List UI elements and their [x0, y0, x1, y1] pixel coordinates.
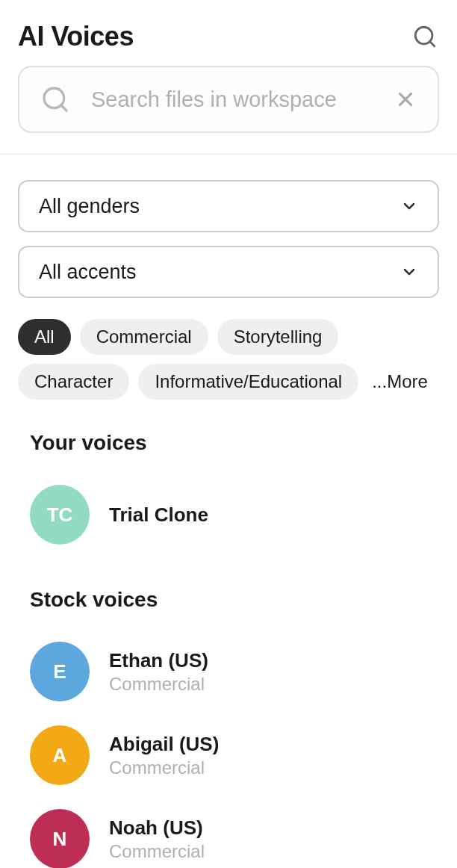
voice-item[interactable]: EEthan (US)Commercial — [30, 630, 439, 713]
voice-name: Noah (US) — [109, 816, 205, 840]
avatar: E — [30, 642, 90, 701]
category-chip[interactable]: Storytelling — [217, 319, 339, 355]
voice-meta: Ethan (US)Commercial — [109, 649, 208, 695]
accent-filter-dropdown[interactable]: All accents — [18, 246, 439, 298]
chevron-down-icon — [400, 197, 418, 215]
voice-meta: Abigail (US)Commercial — [109, 733, 219, 778]
search-icon — [40, 84, 70, 114]
avatar: A — [30, 725, 90, 785]
svg-line-1 — [430, 42, 435, 46]
voice-name: Abigail (US) — [109, 733, 219, 756]
category-chip[interactable]: Commercial — [80, 319, 208, 355]
search-bar[interactable] — [18, 66, 439, 133]
category-chips: AllCommercialStorytellingCharacterInform… — [0, 298, 457, 400]
more-categories-button[interactable]: ...More — [367, 371, 432, 392]
page-title: AI Voices — [18, 21, 134, 52]
gender-filter-dropdown[interactable]: All genders — [18, 180, 439, 232]
gender-filter-label: All genders — [39, 195, 140, 218]
close-icon — [394, 88, 417, 111]
clear-search-button[interactable] — [394, 88, 417, 111]
voice-meta: Trial Clone — [109, 503, 208, 527]
search-icon — [412, 24, 438, 49]
accent-filter-label: All accents — [39, 261, 137, 284]
your-voices-heading: Your voices — [30, 431, 439, 455]
voice-item[interactable]: AAbigail (US)Commercial — [30, 713, 439, 797]
category-chip[interactable]: All — [18, 319, 71, 355]
voice-name: Trial Clone — [109, 503, 208, 527]
header-search-button[interactable] — [411, 22, 439, 51]
stock-voices-heading: Stock voices — [30, 588, 439, 612]
voice-tag: Commercial — [109, 841, 205, 862]
voice-item[interactable]: NNoah (US)Commercial — [30, 797, 439, 868]
avatar: TC — [30, 485, 90, 545]
category-chip[interactable]: Character — [18, 364, 129, 400]
voice-name: Ethan (US) — [109, 649, 208, 672]
voice-tag: Commercial — [109, 674, 208, 695]
search-input[interactable] — [91, 87, 373, 112]
avatar: N — [30, 809, 90, 868]
voice-meta: Noah (US)Commercial — [109, 816, 205, 862]
chevron-down-icon — [400, 263, 418, 281]
voice-item[interactable]: TCTrial Clone — [30, 473, 439, 557]
category-chip[interactable]: Informative/Educational — [138, 364, 358, 400]
svg-line-3 — [61, 105, 66, 111]
voice-tag: Commercial — [109, 757, 219, 778]
